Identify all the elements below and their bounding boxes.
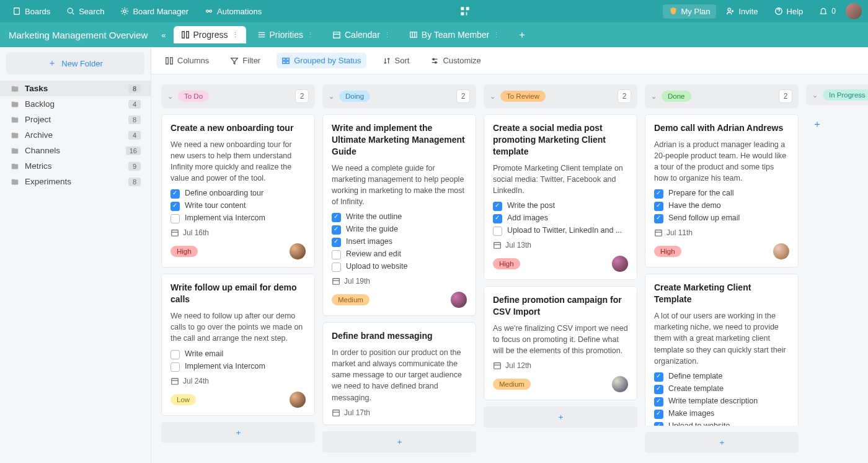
chevron-down-icon[interactable]: ⌄ xyxy=(329,92,334,101)
tab-menu-icon[interactable]: ⋮ xyxy=(384,31,391,39)
folder-metrics[interactable]: Metrics9 xyxy=(0,158,151,174)
user-avatar[interactable] xyxy=(846,3,862,19)
chevron-down-icon[interactable]: ⌄ xyxy=(490,92,495,101)
checklist-item[interactable]: Write the post xyxy=(493,201,628,211)
folder-backlog[interactable]: Backlog4 xyxy=(0,96,151,112)
assignee-avatar[interactable] xyxy=(290,392,306,408)
checklist-item[interactable]: Make images xyxy=(654,409,789,419)
assignee-avatar[interactable] xyxy=(612,376,628,392)
customize-button[interactable]: Customize xyxy=(425,53,485,68)
chevron-down-icon[interactable]: ⌄ xyxy=(651,92,657,101)
invite-button[interactable]: Invite xyxy=(720,4,764,19)
card[interactable]: Demo call with Adrian AndrewsAdrian is a… xyxy=(645,114,799,267)
assignee-avatar[interactable] xyxy=(290,243,306,259)
tab-calendar[interactable]: Calendar⋮ xyxy=(325,26,398,43)
search-button[interactable]: Search xyxy=(60,4,110,19)
folder-experiments[interactable]: Experiments8 xyxy=(0,174,151,189)
checkbox-icon[interactable] xyxy=(170,189,180,199)
checkbox-icon[interactable] xyxy=(654,397,663,407)
checklist-item[interactable]: Have the demo xyxy=(654,201,789,211)
checkbox-icon[interactable] xyxy=(654,214,663,223)
checklist-item[interactable]: Write tour content xyxy=(170,201,306,211)
checkbox-icon[interactable] xyxy=(654,202,663,211)
tab-menu-icon[interactable]: ⋮ xyxy=(307,31,314,39)
add-tab-button[interactable]: ＋ xyxy=(511,26,533,44)
checklist-item[interactable]: Implement via Intercom xyxy=(170,214,306,223)
chevron-down-icon[interactable]: ⌄ xyxy=(812,91,818,99)
folder-tasks[interactable]: Tasks8 xyxy=(0,81,151,96)
checklist-item[interactable]: Implement via Intercom xyxy=(170,362,306,372)
card[interactable]: Define promotion campaign for CSV Import… xyxy=(484,286,637,400)
checkbox-icon[interactable] xyxy=(654,385,663,394)
assignee-avatar[interactable] xyxy=(773,243,789,259)
checkbox-icon[interactable] xyxy=(654,189,663,199)
card[interactable]: Write follow up email for demo callsWe n… xyxy=(161,274,315,415)
tab-menu-icon[interactable]: ⋮ xyxy=(493,31,500,39)
tab-progress[interactable]: Progress⋮ xyxy=(174,26,246,43)
checklist-item[interactable]: Create template xyxy=(654,384,789,394)
checklist-item[interactable]: Write template description xyxy=(654,397,789,407)
checklist-item[interactable]: Prepare for the call xyxy=(654,189,789,199)
card[interactable]: Create a new onboarding tourWe need a ne… xyxy=(161,114,315,267)
card[interactable]: Create a social media post promoting Mar… xyxy=(484,114,637,280)
board-manager-button[interactable]: Board Manager xyxy=(114,4,195,19)
card[interactable]: Write and implement the Ultimate Marketi… xyxy=(322,114,476,316)
sort-button[interactable]: Sort xyxy=(378,53,415,68)
checklist-item[interactable]: Add images xyxy=(493,214,628,223)
checkbox-icon[interactable] xyxy=(332,250,341,259)
chevron-down-icon[interactable]: ⌄ xyxy=(167,92,173,101)
tab-by-team-member[interactable]: By Team Member⋮ xyxy=(402,26,507,43)
collapse-sidebar-button[interactable]: « xyxy=(157,30,169,40)
checklist-item[interactable]: Review and edit xyxy=(332,249,467,259)
add-card-button[interactable]: ＋ xyxy=(645,432,799,453)
card[interactable]: Create Marketing Client TemplateA lot of… xyxy=(645,274,799,426)
checkbox-icon[interactable] xyxy=(170,202,180,211)
columns-button[interactable]: Columns xyxy=(160,53,214,68)
notifications-button[interactable]: 0 xyxy=(813,4,842,18)
checklist-item[interactable]: Write email xyxy=(170,349,306,359)
checkbox-icon[interactable] xyxy=(493,227,502,236)
tab-priorities[interactable]: Priorities⋮ xyxy=(250,26,321,43)
checklist-item[interactable]: Upload to website xyxy=(654,421,789,426)
new-folder-button[interactable]: ＋ New Folder xyxy=(6,52,144,74)
checkbox-icon[interactable] xyxy=(654,372,663,382)
boards-button[interactable]: Boards xyxy=(6,4,56,19)
check-label: Upload to website xyxy=(346,262,407,271)
automations-button[interactable]: Automations xyxy=(198,4,268,19)
checklist-item[interactable]: Define template xyxy=(654,372,789,382)
checkbox-icon[interactable] xyxy=(170,350,180,359)
group-button[interactable]: Grouped by Status xyxy=(277,53,366,68)
checklist-item[interactable]: Write the outline xyxy=(332,212,467,222)
folder-channels[interactable]: Channels16 xyxy=(0,143,151,158)
checklist-item[interactable]: Write the guide xyxy=(332,225,467,235)
checkbox-icon[interactable] xyxy=(170,362,180,372)
checkbox-icon[interactable] xyxy=(654,422,663,426)
filter-button[interactable]: Filter xyxy=(225,53,265,68)
checklist-item[interactable]: Define onboarding tour xyxy=(170,189,306,199)
add-card-button[interactable]: ＋ xyxy=(322,431,476,452)
folder-archive[interactable]: Archive4 xyxy=(0,127,151,143)
help-button[interactable]: Help xyxy=(768,4,810,19)
folder-icon xyxy=(10,100,20,109)
checkbox-icon[interactable] xyxy=(654,410,663,419)
my-plan-button[interactable]: My Plan xyxy=(663,4,717,19)
checkbox-icon[interactable] xyxy=(332,225,341,235)
checkbox-icon[interactable] xyxy=(332,213,341,222)
checklist-item[interactable]: Upload to website xyxy=(332,262,467,272)
checklist-item[interactable]: Upload to Twitter, LinkedIn and ... xyxy=(493,226,628,236)
folder-project[interactable]: Project8 xyxy=(0,112,151,127)
add-card-button[interactable]: ＋ xyxy=(806,112,868,137)
checkbox-icon[interactable] xyxy=(170,214,180,223)
assignee-avatar[interactable] xyxy=(451,292,467,308)
checklist-item[interactable]: Insert images xyxy=(332,237,467,247)
tab-menu-icon[interactable]: ⋮ xyxy=(232,31,239,39)
add-card-button[interactable]: ＋ xyxy=(161,422,315,443)
checkbox-icon[interactable] xyxy=(332,238,341,247)
checkbox-icon[interactable] xyxy=(493,214,502,223)
checklist-item[interactable]: Send follow up email xyxy=(654,214,789,223)
assignee-avatar[interactable] xyxy=(612,256,628,272)
card[interactable]: Define brand messagingIn order to positi… xyxy=(322,322,476,425)
add-card-button[interactable]: ＋ xyxy=(484,407,637,428)
checkbox-icon[interactable] xyxy=(332,263,341,272)
checkbox-icon[interactable] xyxy=(493,202,502,211)
